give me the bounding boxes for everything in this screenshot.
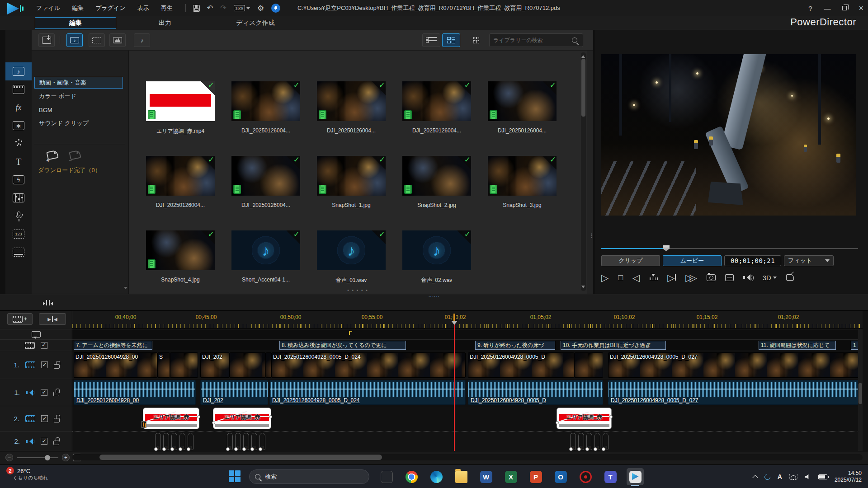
audio-track-icon[interactable] — [26, 389, 35, 396]
caption-clip[interactable]: 9. 斫りが終わった後の床づ — [475, 341, 555, 350]
sound-effect-clip[interactable] — [594, 433, 600, 450]
library-search-input[interactable] — [490, 37, 572, 43]
preview-video[interactable] — [601, 54, 856, 216]
caption-clip[interactable]: 10. 手元の作業員はBHに近づき過ぎ — [561, 341, 666, 350]
lock-icon[interactable] — [53, 392, 59, 396]
marker-track[interactable] — [72, 329, 863, 339]
library-scrollbar[interactable] — [581, 52, 586, 291]
sidebar-item-mixing-room[interactable] — [5, 189, 32, 207]
movie-mode-button[interactable]: ムービー — [663, 255, 722, 266]
playhead-line[interactable] — [454, 319, 455, 451]
overlay-clip[interactable]: エリア協調_赤 — [213, 408, 271, 429]
download-complete-label[interactable]: ダウンロード完了（0） — [38, 166, 101, 174]
taskbar-app-chrome[interactable] — [403, 468, 420, 485]
keyframe-dot[interactable] — [556, 421, 559, 424]
fast-forward-button[interactable]: ▷▷ — [685, 273, 697, 282]
filter-video-button[interactable] — [89, 33, 105, 47]
list-view-button[interactable] — [422, 33, 440, 47]
zoom-in-button[interactable]: + — [62, 454, 70, 461]
video-track-2[interactable]: エリア協調_赤エリア協調_赤エリア協調_赤 — [72, 406, 863, 431]
sidebar-item-project-room[interactable] — [5, 80, 32, 99]
video-clip[interactable]: DJI_20250126004928_0005_D — [468, 352, 574, 378]
seek-marker-button[interactable] — [650, 274, 658, 281]
timecode-display[interactable]: 00;01;00;21 — [724, 255, 781, 266]
zoom-fit-dropdown[interactable]: フィット — [784, 255, 834, 266]
taskbar-app-edge[interactable] — [428, 468, 445, 485]
video-clip[interactable] — [230, 352, 266, 378]
play-button[interactable]: ▷ — [601, 273, 609, 282]
video-track-icon[interactable] — [25, 415, 35, 422]
taskbar-weather-widget[interactable]: 2 26°C くもりのち晴れ — [6, 468, 48, 481]
volume-icon[interactable] — [743, 274, 753, 281]
audio-clip[interactable]: DJI_20250126004928_0005_D_027 — [608, 380, 863, 405]
menu-item[interactable]: 編集 — [72, 4, 84, 12]
video-clip[interactable]: DJI_20250126004928_0005_D_024 — [271, 352, 466, 378]
sidebar-item-transition-room[interactable]: ∗ — [5, 117, 32, 135]
tab-ディスク作成[interactable]: ディスク作成 — [219, 17, 292, 29]
taskbar-app-teams[interactable]: T — [602, 468, 619, 485]
sound-effect-clip[interactable] — [171, 433, 177, 450]
video-clip[interactable] — [574, 352, 603, 378]
sound-effect-clip[interactable] — [163, 433, 169, 450]
close-button[interactable]: × — [859, 4, 863, 12]
menu-item[interactable]: プラグイン — [95, 4, 126, 12]
filter-audio-button[interactable]: ♪ — [134, 33, 150, 47]
dock-timeline-button[interactable] — [40, 297, 56, 308]
sidebar-item-plugin-room[interactable]: ϟ — [5, 171, 32, 189]
audio-track-1[interactable]: DJI_20250126004928_00DJI_202DJI_20250126… — [72, 379, 863, 406]
menu-item[interactable]: 再生 — [161, 4, 173, 12]
video-clip[interactable]: DJI_20250126004928_00 — [74, 352, 157, 378]
track-manager-button[interactable]: + — [7, 313, 33, 325]
taskbar-app-app-window[interactable] — [378, 468, 395, 485]
track-enable-checkbox[interactable] — [41, 438, 47, 445]
sound-effect-clip[interactable] — [259, 433, 265, 450]
chapter-marker[interactable] — [349, 331, 352, 335]
help-button[interactable]: ? — [808, 5, 812, 12]
overlay-clip[interactable]: エリア協調_赤 — [557, 408, 612, 429]
audio-track-icon[interactable] — [26, 438, 35, 445]
snapshot-camera-icon[interactable] — [707, 274, 716, 281]
divider-resize-handle[interactable]: ‥‥‥ — [428, 292, 439, 298]
sidebar-item-title-room[interactable]: T — [5, 153, 32, 171]
taskbar-app-powerdirector[interactable] — [627, 468, 644, 485]
remove-tag-icon[interactable]: − — [69, 150, 81, 160]
timeline-horizontal-scrollbar[interactable] — [72, 454, 863, 460]
sound-effect-clip[interactable] — [235, 433, 241, 450]
track-enable-checkbox[interactable] — [41, 389, 47, 396]
explorer-item-1[interactable]: 動画・画像・音楽 — [34, 77, 123, 89]
clip-mode-button[interactable]: クリップ — [601, 255, 660, 266]
zoom-slider[interactable] — [17, 457, 58, 458]
sidebar-item-effect-room[interactable]: fx — [5, 99, 32, 117]
audio-clip[interactable]: DJI_20250126004928_00 — [74, 380, 196, 405]
sound-effect-clip[interactable] — [570, 433, 576, 450]
lock-icon[interactable] — [54, 418, 60, 422]
sync-icon[interactable] — [763, 473, 771, 481]
track-enable-checkbox[interactable] — [41, 361, 48, 368]
audio-track-2[interactable] — [72, 431, 863, 451]
preview-quality-icon[interactable] — [725, 274, 734, 281]
video-track-1[interactable]: DJI_20250126004928_00SDJI_202DJI_2025012… — [72, 351, 863, 379]
sound-effect-clip[interactable] — [586, 433, 592, 450]
detach-window-icon[interactable] — [786, 274, 794, 281]
video-track-icon[interactable] — [25, 361, 35, 368]
audio-clip[interactable]: DJI_202 — [200, 380, 268, 405]
sidebar-item-chapter-room[interactable]: 123 — [5, 225, 32, 243]
audio-clip[interactable]: DJI_20250126004928_0005_D_024 — [269, 380, 466, 405]
library-search-box[interactable] — [489, 33, 583, 47]
zoom-slider-knob[interactable] — [45, 455, 50, 460]
video-clip[interactable]: DJI_20250126004928_0005_D_027 — [608, 352, 863, 378]
wifi-icon[interactable] — [789, 474, 797, 480]
sidebar-item-subtitle-room[interactable] — [5, 243, 32, 261]
sidebar-item-voiceover-room[interactable] — [5, 207, 32, 225]
sound-effect-clip[interactable] — [578, 433, 584, 450]
explorer-item-4[interactable]: サウンド クリップ — [34, 117, 123, 129]
start-button[interactable] — [229, 470, 241, 483]
caption-clip[interactable]: 8. 積み込み後は旋回が戻ってくるので更に — [279, 341, 406, 350]
next-frame-button[interactable]: ▷ — [667, 273, 676, 282]
sidebar-item-particle-room[interactable] — [5, 135, 32, 153]
tab-編集[interactable]: 編集 — [35, 17, 116, 29]
overlay-clip[interactable]: エリア協調_赤 — [143, 408, 199, 429]
sound-effect-clip[interactable] — [603, 433, 609, 450]
taskbar-app-word[interactable]: W — [477, 468, 495, 485]
menu-item[interactable]: 表示 — [137, 4, 149, 12]
